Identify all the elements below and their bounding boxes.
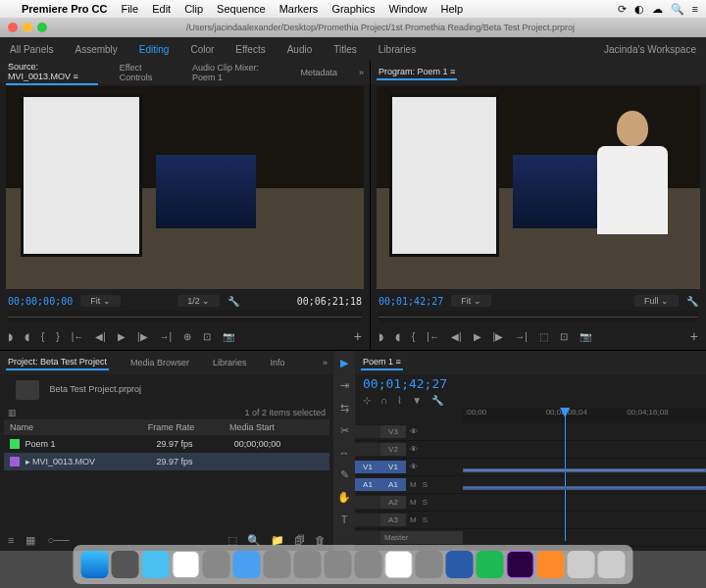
track-target[interactable]: V2	[380, 443, 406, 456]
maximize-icon[interactable]	[37, 23, 47, 32]
tab-source[interactable]: Source: MVI_0013.MOV ≡	[6, 60, 98, 85]
export-frame-icon[interactable]: 📷	[223, 331, 234, 342]
ws-all-panels[interactable]: All Panels	[10, 44, 53, 55]
track-target[interactable]: V1	[380, 461, 406, 473]
ws-titles[interactable]: Titles	[333, 44, 357, 55]
mute-icon[interactable]: M	[410, 480, 417, 489]
hand-icon[interactable]: ✋	[337, 491, 351, 504]
audio-clip[interactable]: MVI_0013.MOV [A]	[463, 486, 706, 490]
timeline-timecode[interactable]: 00;01;42;27	[355, 374, 706, 393]
go-out-icon[interactable]: →|	[515, 331, 528, 342]
track-v2[interactable]: V2 👁	[355, 441, 706, 459]
ws-color[interactable]: Color	[190, 44, 214, 55]
source-in-timecode[interactable]: 00;00;00;00	[8, 296, 73, 307]
go-in-icon[interactable]: |←	[427, 331, 439, 342]
slip-icon[interactable]: ↔	[339, 447, 350, 459]
snap-icon[interactable]: ∩	[380, 395, 387, 406]
menu-extra[interactable]: ≡	[692, 3, 698, 16]
mark-out-icon[interactable]: ◖	[25, 331, 29, 342]
ws-audio[interactable]: Audio	[287, 44, 313, 55]
tab-project[interactable]: Project: Beta Test Project	[6, 355, 109, 370]
source-zoom[interactable]: Fit ⌄	[80, 295, 121, 307]
program-zoom[interactable]: Fit ⌄	[451, 295, 491, 307]
pen-icon[interactable]: ✎	[340, 468, 349, 481]
nest-icon[interactable]: ⊹	[363, 395, 371, 406]
tab-effect-controls[interactable]: Effect Controls	[118, 61, 171, 84]
mark-out-icon[interactable]: ◖	[395, 331, 400, 342]
status-icon[interactable]: ◐	[634, 3, 644, 16]
list-view-icon[interactable]: ≡	[8, 534, 14, 546]
wrench-icon[interactable]: 🔧	[686, 296, 698, 307]
dock-itunes[interactable]	[294, 551, 322, 578]
col-start[interactable]: Media Start	[229, 422, 324, 432]
dock-safari[interactable]	[142, 551, 170, 578]
solo-icon[interactable]: S	[423, 480, 428, 489]
close-icon[interactable]	[8, 23, 18, 32]
selection-tool-icon[interactable]: ▶	[340, 357, 348, 369]
tab-media-browser[interactable]: Media Browser	[128, 356, 191, 369]
dock-chrome[interactable]	[385, 551, 413, 578]
solo-icon[interactable]: S	[423, 515, 428, 524]
go-in-icon[interactable]: |←	[72, 331, 84, 342]
settings-icon[interactable]: 🔧	[431, 395, 443, 406]
track-target[interactable]: A1	[380, 478, 406, 491]
go-out-icon[interactable]: →|	[160, 331, 173, 342]
lift-icon[interactable]: ⬚	[539, 331, 548, 342]
ws-libraries[interactable]: Libraries	[378, 44, 416, 55]
dock-app[interactable]	[355, 551, 382, 578]
tab-metadata[interactable]: Metadata	[298, 66, 339, 79]
menu-window[interactable]: Window	[388, 3, 427, 15]
program-scrubber[interactable]	[378, 311, 698, 322]
export-frame-icon[interactable]: 📷	[580, 331, 591, 342]
track-v1[interactable]: V1 V1 👁 MVI_0013.MOV [V]	[355, 459, 706, 476]
program-monitor[interactable]	[377, 86, 700, 289]
icon-view-icon[interactable]: ▦	[25, 534, 35, 547]
button-editor-icon[interactable]: +	[354, 328, 362, 344]
table-header[interactable]: Name Frame Rate Media Start	[4, 419, 329, 435]
step-fwd-icon[interactable]: |▶	[493, 331, 504, 342]
src-patch[interactable]: V1	[355, 461, 380, 473]
link-icon[interactable]: ⌇	[397, 395, 402, 406]
track-select-icon[interactable]: ⇥	[340, 379, 349, 392]
insert-icon[interactable]: {	[41, 331, 44, 342]
dock-premiere[interactable]	[507, 551, 534, 578]
table-row[interactable]: Poem 1 29.97 fps 00;00;00;00	[4, 435, 329, 453]
insert-clip-icon[interactable]: ⊕	[183, 331, 191, 342]
dock-calendar[interactable]	[173, 551, 200, 578]
marker-icon[interactable]: {	[412, 331, 415, 342]
step-back-icon[interactable]: ◀|	[451, 331, 462, 342]
src-patch[interactable]	[355, 443, 380, 456]
program-in-timecode[interactable]: 00;01;42;27	[378, 296, 443, 307]
track-target[interactable]: A3	[380, 514, 406, 526]
dock-app[interactable]	[264, 551, 291, 578]
tab-info[interactable]: Info	[268, 356, 286, 369]
dock-app[interactable]	[112, 551, 139, 578]
play-icon[interactable]: ▶	[474, 331, 481, 342]
filter-icon[interactable]: ▥	[8, 408, 17, 417]
dock-word[interactable]	[446, 551, 474, 578]
dock-firefox[interactable]	[537, 551, 565, 578]
ws-editing[interactable]: Editing	[139, 44, 170, 55]
mark-in-icon[interactable]: ◗	[378, 331, 383, 342]
toggle-output-icon[interactable]: 👁	[410, 427, 418, 436]
menu-graphics[interactable]: Graphics	[331, 3, 375, 15]
dock-app[interactable]	[203, 551, 230, 578]
src-patch[interactable]	[355, 514, 380, 526]
status-icon2[interactable]: ☁	[652, 3, 663, 16]
dock-mail[interactable]	[233, 551, 261, 578]
overwrite-icon[interactable]: }	[56, 331, 59, 342]
track-a1[interactable]: A1 A1 MS MVI_0013.MOV [A]	[355, 476, 706, 494]
src-patch[interactable]: A1	[355, 478, 380, 491]
minimize-icon[interactable]	[23, 23, 32, 32]
ripple-edit-icon[interactable]: ⇆	[340, 402, 349, 415]
solo-icon[interactable]: S	[423, 498, 428, 507]
extract-icon[interactable]: ⊡	[560, 331, 568, 342]
tab-program[interactable]: Program: Poem 1 ≡	[377, 65, 457, 80]
overwrite-clip-icon[interactable]: ⊡	[203, 331, 211, 342]
track-v3[interactable]: V3 👁	[355, 423, 706, 441]
track-target[interactable]: A2	[380, 496, 406, 509]
menu-sequence[interactable]: Sequence	[217, 3, 266, 15]
wrench-icon[interactable]: 🔧	[227, 296, 239, 307]
track-a2[interactable]: A2 MS	[355, 494, 706, 512]
workspace-name[interactable]: Jacinda's Workspace	[604, 44, 696, 55]
